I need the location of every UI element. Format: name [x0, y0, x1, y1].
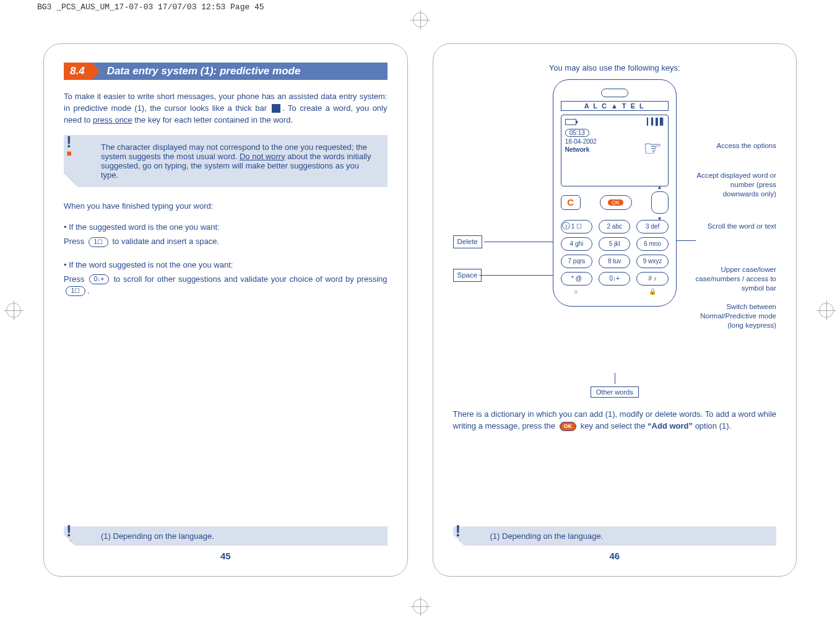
double-page-spread: 8.4 Data entry system (1): predictive mo…	[43, 43, 797, 577]
signal-icon: ▎▍▌▋	[647, 118, 664, 126]
earpiece-icon	[601, 89, 628, 97]
footnote-left: !▪ (1) Depending on the language.	[64, 526, 388, 546]
b2-after: to scroll for other suggestions and vali…	[111, 274, 388, 284]
key-star: * @	[561, 272, 592, 286]
folded-corner-icon	[64, 535, 75, 546]
battery-icon	[565, 119, 576, 125]
registration-mark-left	[6, 303, 21, 318]
key-hash: # ♪	[636, 272, 668, 286]
key-4: 4 ghi	[561, 237, 592, 251]
b1-press: Press	[64, 237, 87, 246]
callout-delete-label: Delete	[453, 235, 482, 248]
hand-icon: ☞	[643, 138, 662, 159]
dict-b: key and select the	[578, 421, 647, 430]
phone-screen: ▎▍▌▋ 05:13 18-04-2002 Network ☞	[561, 115, 669, 186]
b1-after: to validate and insert a space.	[110, 237, 219, 246]
brand-label: A L C ▲ T E L	[561, 101, 669, 111]
callout-upper: Upper case/lower case/numbers / access t…	[690, 265, 776, 293]
callout-scroll: Scroll the word or text	[696, 222, 776, 231]
print-header: BG3 _PCS_AUS_UM_17-07-03 17/07/03 12:53 …	[37, 2, 264, 12]
intro-text-c: the key for each letter contained in the…	[132, 115, 293, 124]
right-page-title: You may also use the following keys:	[453, 63, 777, 74]
exclamation-icon: !▪	[66, 136, 72, 159]
key-9: 9 wxyz	[636, 255, 668, 268]
page-right: You may also use the following keys: Del…	[433, 43, 797, 577]
bullet-1-title: • If the suggested word is the one you w…	[64, 222, 388, 234]
footnote-text: (1) Depending on the language.	[101, 531, 214, 541]
folded-corner-icon	[453, 535, 464, 546]
intro-press-once: press once	[93, 115, 132, 124]
lock-icon: 🔒	[649, 288, 656, 295]
callout-other-words: Other words	[591, 386, 639, 398]
sun-icon: ☼	[573, 288, 579, 295]
nav-key	[651, 191, 669, 214]
key-1-icon-2: 1☐	[66, 286, 85, 296]
bullet-2-action: Press 0↓+ to scroll for other suggestion…	[64, 274, 388, 297]
bullet-2-title: • If the word suggested is not the one y…	[64, 260, 388, 271]
power-icon: ⓘ	[562, 220, 570, 232]
page-number-right: 46	[453, 551, 777, 561]
key-2: 2 abc	[599, 220, 630, 234]
registration-mark-top	[413, 12, 428, 27]
callout-switch: Switch between Normal/Predictive mode (l…	[690, 302, 776, 330]
key-6: 6 mno	[636, 237, 668, 251]
when-finished-heading: When you have finished typing your word:	[64, 201, 388, 212]
key-1-icon: 1☐	[89, 237, 108, 247]
folded-corner-icon	[64, 173, 77, 187]
key-0: 0↓+	[599, 272, 630, 286]
key-7: 7 pqrs	[561, 255, 592, 268]
page-wrapper: BG3 _PCS_AUS_UM_17-07-03 17/07/03 12:53 …	[0, 0, 840, 620]
dict-add-word: “Add word”	[647, 421, 693, 430]
callout-space: Space	[453, 269, 482, 282]
leader-line	[479, 275, 565, 276]
section-title: Data entry system (1): predictive mode	[92, 63, 388, 80]
key-3: 3 def	[636, 220, 668, 234]
phone-diagram: Delete Space Access the options Accept d…	[453, 79, 777, 401]
registration-mark-bottom	[413, 599, 428, 614]
screen-time: 05:13	[565, 129, 589, 137]
dict-c: option (1).	[693, 421, 731, 430]
registration-mark-right	[819, 303, 834, 318]
info-callout: !▪ The character displayed may not corre…	[64, 135, 388, 187]
b2-press: Press	[64, 274, 87, 284]
callout-access-options: Access the options	[696, 141, 776, 151]
c-key: C	[561, 195, 581, 210]
section-number: 8.4	[64, 63, 92, 80]
page-number-left: 45	[64, 551, 388, 561]
intro-paragraph: To make it easier to write short message…	[64, 91, 388, 126]
ok-key: OK	[600, 195, 632, 210]
key-8: 8 tuv	[599, 255, 630, 268]
ok-key-icon: OK	[560, 422, 577, 431]
phone-illustration: A L C ▲ T E L ▎▍▌▋ 05:13 18-04-2002 Netw…	[553, 79, 677, 307]
thick-bar-icon	[272, 104, 280, 113]
leader-line	[615, 373, 615, 384]
key-5: 5 jkl	[599, 237, 630, 251]
dictionary-paragraph: There is a dictionary in which you can a…	[453, 409, 777, 432]
section-header: 8.4 Data entry system (1): predictive mo…	[64, 63, 388, 80]
bullet-1-action: Press 1☐ to validate and insert a space.	[64, 236, 388, 248]
key-0-icon: 0↓+	[89, 274, 109, 284]
info-do-not-worry: Do not worry	[240, 152, 285, 161]
page-left: 8.4 Data entry system (1): predictive mo…	[43, 43, 408, 577]
footnote-text: (1) Depending on the language.	[490, 531, 604, 541]
footnote-right: !▪ (1) Depending on the language.	[453, 526, 777, 546]
callout-accept: Accept displayed word or number (press d…	[696, 171, 776, 199]
callout-delete: Delete	[453, 235, 482, 248]
keypad: 1 ☐ 2 abc 3 def 4 ghi 5 jkl 6 mno 7 pqrs…	[561, 220, 669, 286]
callout-space-label: Space	[453, 269, 482, 282]
